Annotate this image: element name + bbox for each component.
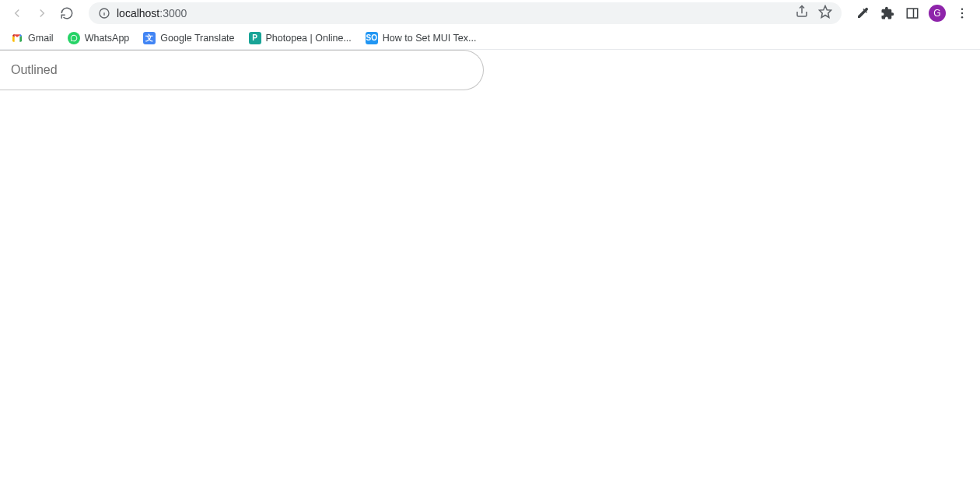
outlined-textfield: [0, 50, 484, 90]
bookmark-label: Gmail: [28, 33, 54, 44]
reload-icon: [60, 6, 74, 20]
outlined-input[interactable]: [0, 50, 484, 90]
arrow-left-icon: [10, 6, 24, 20]
bookmark-label: How to Set MUI Tex...: [383, 33, 477, 44]
gmail-icon: [11, 32, 23, 44]
forward-button[interactable]: [31, 2, 53, 24]
url-text: localhost:3000: [117, 7, 789, 19]
profile-avatar[interactable]: G: [929, 5, 946, 22]
site-info-icon[interactable]: [98, 7, 110, 19]
address-bar[interactable]: localhost:3000: [89, 2, 842, 24]
panel-icon[interactable]: [904, 5, 921, 22]
bookmark-whatsapp[interactable]: WhatsApp: [68, 32, 130, 44]
svg-point-8: [961, 16, 963, 18]
toolbar-right-icons: G: [854, 5, 974, 22]
share-icon[interactable]: [795, 5, 809, 22]
translate-icon: 文: [143, 32, 156, 44]
browser-toolbar: localhost:3000 G: [0, 0, 980, 26]
eyedropper-icon[interactable]: [854, 5, 871, 22]
reload-button[interactable]: [56, 2, 78, 24]
back-button[interactable]: [6, 2, 28, 24]
bookmark-photopea[interactable]: P Photopea | Online...: [249, 32, 352, 44]
url-port: :3000: [159, 7, 187, 19]
svg-marker-3: [820, 6, 831, 18]
bookmark-google-translate[interactable]: 文 Google Translate: [143, 32, 234, 44]
bookmark-gmail[interactable]: Gmail: [11, 32, 54, 44]
svg-point-6: [961, 9, 963, 10]
stackoverflow-icon: SO: [366, 32, 378, 44]
photopea-icon: P: [249, 32, 261, 44]
bookmarks-bar: Gmail WhatsApp 文 Google Translate P Phot…: [0, 26, 980, 50]
bookmark-stackoverflow[interactable]: SO How to Set MUI Tex...: [366, 32, 477, 44]
svg-rect-4: [907, 9, 918, 18]
whatsapp-icon: [68, 32, 80, 44]
page-content: [0, 50, 980, 90]
extensions-icon[interactable]: [879, 5, 896, 22]
url-host: localhost: [117, 7, 159, 19]
bookmark-star-icon[interactable]: [818, 5, 832, 22]
menu-icon[interactable]: [954, 5, 971, 22]
bookmark-label: Google Translate: [160, 33, 234, 44]
arrow-right-icon: [35, 6, 49, 20]
bookmark-label: Photopea | Online...: [266, 33, 352, 44]
bookmark-label: WhatsApp: [85, 33, 130, 44]
svg-point-7: [961, 12, 963, 14]
avatar-letter: G: [933, 8, 940, 19]
